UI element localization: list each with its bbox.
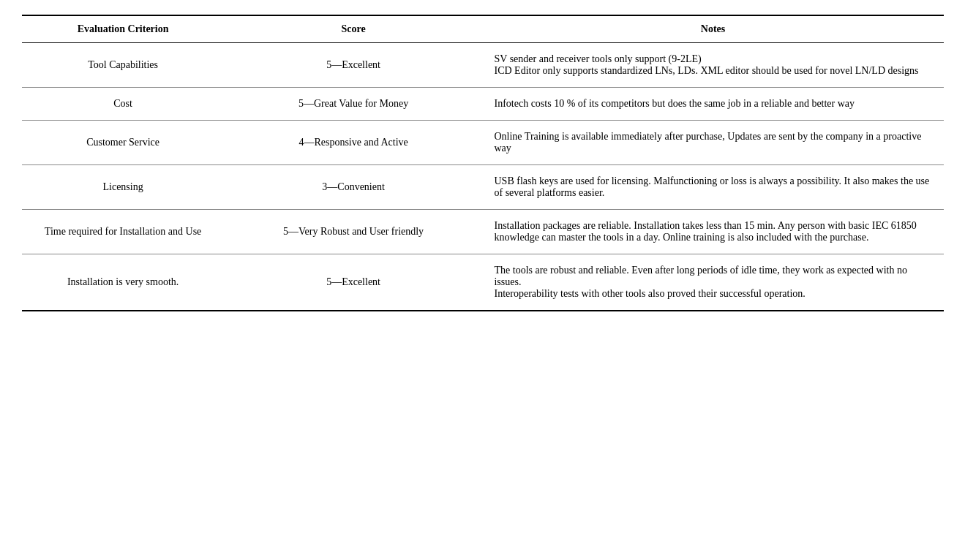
evaluation-table-container: Evaluation Criterion Score Notes Tool Ca… — [22, 15, 944, 311]
table-row: Cost5—Great Value for MoneyInfotech cost… — [22, 88, 944, 121]
table-row: Time required for Installation and Use5—… — [22, 210, 944, 254]
table-row: Installation is very smooth.5—ExcellentT… — [22, 254, 944, 311]
cell-score: 3—Convenient — [225, 165, 483, 210]
header-notes: Notes — [482, 15, 943, 43]
cell-notes: Installation packages are reliable. Inst… — [482, 210, 943, 254]
cell-notes: SV sender and receiver tools only suppor… — [482, 43, 943, 88]
cell-criterion: Licensing — [22, 165, 225, 210]
table-header-row: Evaluation Criterion Score Notes — [22, 15, 944, 43]
header-score: Score — [225, 15, 483, 43]
cell-criterion: Cost — [22, 88, 225, 121]
cell-notes: The tools are robust and reliable. Even … — [482, 254, 943, 311]
cell-score: 5—Great Value for Money — [225, 88, 483, 121]
cell-notes: Infotech costs 10 % of its competitors b… — [482, 88, 943, 121]
cell-criterion: Customer Service — [22, 121, 225, 165]
cell-criterion: Time required for Installation and Use — [22, 210, 225, 254]
header-criterion: Evaluation Criterion — [22, 15, 225, 43]
cell-score: 4—Responsive and Active — [225, 121, 483, 165]
cell-criterion: Installation is very smooth. — [22, 254, 225, 311]
table-row: Customer Service4—Responsive and ActiveO… — [22, 121, 944, 165]
cell-notes: USB flash keys are used for licensing. M… — [482, 165, 943, 210]
table-row: Tool Capabilities5—ExcellentSV sender an… — [22, 43, 944, 88]
evaluation-table: Evaluation Criterion Score Notes Tool Ca… — [22, 15, 944, 311]
cell-score: 5—Very Robust and User friendly — [225, 210, 483, 254]
cell-criterion: Tool Capabilities — [22, 43, 225, 88]
cell-notes: Online Training is available immediately… — [482, 121, 943, 165]
table-row: Licensing3—ConvenientUSB flash keys are … — [22, 165, 944, 210]
cell-score: 5—Excellent — [225, 43, 483, 88]
cell-score: 5—Excellent — [225, 254, 483, 311]
